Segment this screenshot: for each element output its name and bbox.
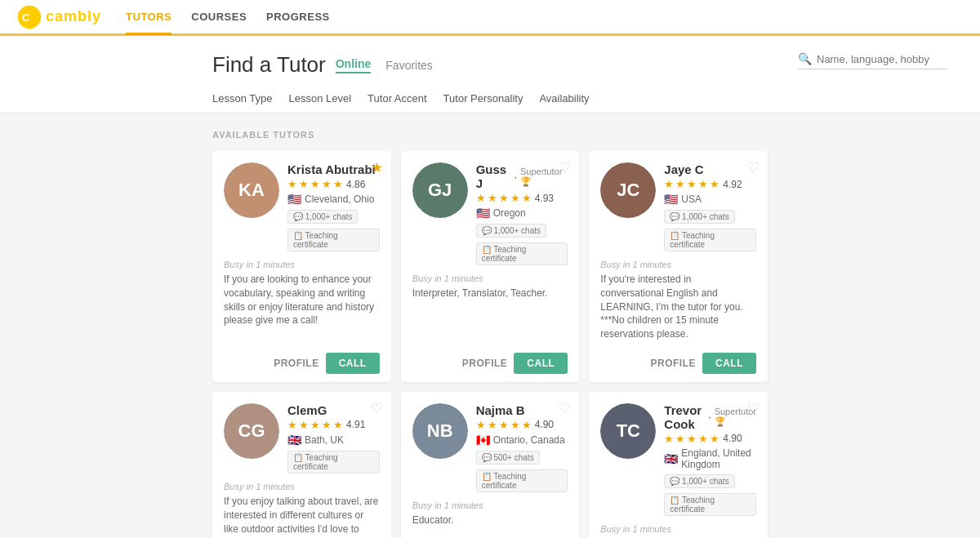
- search-input[interactable]: [817, 53, 947, 65]
- location: 🇬🇧 Bath, UK: [287, 434, 380, 447]
- tutor-card: GJ Guss J · Supertutor 🏆 ★★★★★ 4.93 🇺🇸 O…: [401, 151, 580, 382]
- card-top: KA Krista Abutrabi ★★★★★ 4.86 🇺🇸 Clevela…: [212, 151, 391, 251]
- filter-availability[interactable]: Availability: [539, 86, 589, 113]
- flag-icon: 🇺🇸: [287, 193, 301, 206]
- tutor-card: NB Najma B ★★★★★ 4.90 🇨🇦 Ontario, Canada: [401, 392, 580, 538]
- chats-badge: 💬 1,000+ chats: [664, 210, 734, 224]
- filter-tutor-personality[interactable]: Tutor Personality: [443, 86, 523, 113]
- card-info: ClemG ★★★★★ 4.91 🇬🇧 Bath, UK 📋 Teaching …: [287, 403, 380, 474]
- header-section: Find a Tutor Online Favorites Lesson Typ…: [0, 36, 980, 113]
- main-content: AVAILABLE TUTORS KA Krista Abutrabi ★★★★…: [0, 113, 980, 538]
- card-info: Krista Abutrabi ★★★★★ 4.86 🇺🇸 Cleveland,…: [287, 162, 380, 251]
- tutor-grid: KA Krista Abutrabi ★★★★★ 4.86 🇺🇸 Clevela…: [212, 151, 768, 538]
- filter-lesson-type[interactable]: Lesson Type: [212, 86, 272, 113]
- card-actions: PROFILE CALL: [212, 346, 391, 382]
- profile-button[interactable]: PROFILE: [462, 358, 508, 369]
- filter-lesson-level[interactable]: Lesson Level: [288, 86, 351, 113]
- avatar: CG: [224, 403, 279, 459]
- nav-links: TUTORS COURSES PROGRESS: [126, 1, 330, 33]
- card-info: Trevor Cook · Supertutor 🏆 ★★★★★ 4.90 🇬🇧…: [664, 403, 756, 516]
- logo-text: cambly: [46, 8, 101, 25]
- card-top: GJ Guss J · Supertutor 🏆 ★★★★★ 4.93 🇺🇸 O…: [401, 151, 580, 265]
- tutor-card: TC Trevor Cook · Supertutor 🏆 ★★★★★ 4.90…: [589, 392, 768, 538]
- badge-row: 💬 500+ chats 📋 Teaching certificate: [476, 451, 568, 492]
- find-tutor-title: Find a Tutor Online Favorites: [212, 52, 768, 78]
- flag-icon: 🇨🇦: [476, 434, 490, 447]
- profile-button[interactable]: PROFILE: [650, 358, 696, 369]
- badge-row: 📋 Teaching certificate: [287, 451, 380, 474]
- favorite-button[interactable]: ♡: [559, 400, 571, 417]
- online-indicator: [602, 208, 610, 216]
- bio-text: If you're interested in conversational E…: [600, 273, 756, 341]
- call-button[interactable]: CALL: [514, 353, 568, 374]
- card-actions: PROFILE CALL: [401, 346, 580, 382]
- call-button[interactable]: CALL: [326, 353, 380, 374]
- tutor-card: KA Krista Abutrabi ★★★★★ 4.86 🇺🇸 Clevela…: [212, 151, 391, 382]
- card-top: NB Najma B ★★★★★ 4.90 🇨🇦 Ontario, Canada: [401, 392, 580, 492]
- card-bio: Busy in 1 minutes If you're interested i…: [589, 251, 768, 346]
- rating: 4.90: [723, 433, 742, 444]
- badge-row: 💬 1,000+ chats 📋 Teaching certificate: [664, 210, 756, 251]
- cert-badge: 📋 Teaching certificate: [664, 493, 756, 516]
- badge-row: 💬 1,000+ chats 📋 Teaching certificate: [664, 474, 756, 516]
- tab-online[interactable]: Online: [336, 57, 372, 73]
- location: 🇺🇸 Cleveland, Ohio: [287, 193, 380, 206]
- nav-courses[interactable]: COURSES: [191, 1, 247, 35]
- tutor-name: Guss J: [476, 162, 511, 190]
- card-top: TC Trevor Cook · Supertutor 🏆 ★★★★★ 4.90…: [589, 392, 768, 516]
- rating: 4.92: [723, 179, 742, 190]
- tab-favorites[interactable]: Favorites: [385, 59, 433, 72]
- search-icon: 🔍: [798, 52, 812, 65]
- bio-text: If you are looking to enhance your vocab…: [224, 273, 380, 327]
- location: 🇬🇧 England, United Kingdom: [664, 447, 756, 470]
- chats-badge: 💬 500+ chats: [476, 451, 540, 465]
- profile-button[interactable]: PROFILE: [274, 358, 319, 369]
- bio-text: Interpreter, Translator, Teacher.: [412, 287, 568, 300]
- avatar: TC: [600, 403, 656, 459]
- favorite-button[interactable]: ♡: [559, 159, 571, 176]
- busy-status: Busy in 1 minutes: [224, 482, 380, 491]
- flag-icon: 🇬🇧: [287, 434, 301, 447]
- bio-text: If you enjoy talking about travel, are i…: [224, 495, 380, 538]
- card-actions: PROFILE CALL: [589, 346, 768, 382]
- favorite-button[interactable]: ♡: [747, 159, 760, 176]
- favorite-button[interactable]: ♡: [747, 400, 760, 417]
- tutor-card: CG ClemG ★★★★★ 4.91 🇬🇧 Bath, UK: [212, 392, 391, 538]
- chats-badge: 💬 1,000+ chats: [664, 474, 734, 488]
- bio-text: Educator.: [412, 514, 568, 527]
- nav-tutors[interactable]: TUTORS: [126, 1, 172, 35]
- tutor-card: JC Jaye C ★★★★★ 4.92 🇺🇸 USA 💬 1,000+ cha: [589, 151, 768, 382]
- card-bio: Busy in 1 minutes Interpreter, Translato…: [401, 265, 580, 346]
- filter-tutor-accent[interactable]: Tutor Accent: [368, 86, 427, 113]
- cert-badge: 📋 Teaching certificate: [476, 242, 568, 265]
- card-info: Najma B ★★★★★ 4.90 🇨🇦 Ontario, Canada 💬 …: [476, 403, 568, 492]
- location-text: Ontario, Canada: [493, 434, 565, 446]
- favorite-button[interactable]: ★: [371, 159, 383, 176]
- avatar: GJ: [412, 162, 468, 218]
- search-box[interactable]: 🔍: [798, 49, 947, 69]
- navbar: C cambly TUTORS COURSES PROGRESS: [0, 0, 980, 36]
- busy-status: Busy in 1 minutes: [412, 273, 568, 283]
- nav-progress[interactable]: PROGRESS: [266, 1, 330, 35]
- card-top: JC Jaye C ★★★★★ 4.92 🇺🇸 USA 💬 1,000+ cha: [589, 151, 768, 251]
- favorite-button[interactable]: ♡: [371, 400, 383, 417]
- cert-badge: 📋 Teaching certificate: [287, 229, 380, 251]
- card-bio: Busy in 1 minutes Educator.: [401, 492, 580, 538]
- location: 🇺🇸 Oregon: [476, 207, 568, 220]
- filter-bar: Lesson Type Lesson Level Tutor Accent Tu…: [212, 86, 768, 113]
- call-button[interactable]: CALL: [702, 353, 756, 374]
- avatar: KA: [224, 162, 279, 218]
- online-indicator: [225, 208, 234, 216]
- rating: 4.90: [535, 419, 554, 430]
- location-text: Oregon: [493, 207, 526, 219]
- chats-badge: 💬 1,000+ chats: [476, 224, 546, 238]
- busy-status: Busy in 1 minutes: [600, 524, 756, 534]
- badge-row: 💬 1,000+ chats 📋 Teaching certificate: [476, 224, 568, 265]
- logo[interactable]: C cambly: [16, 4, 101, 30]
- flag-icon: 🇺🇸: [664, 193, 678, 206]
- rating: 4.93: [535, 193, 554, 204]
- location-text: Bath, UK: [305, 434, 344, 446]
- avatar: JC: [600, 162, 656, 218]
- online-indicator: [225, 449, 234, 457]
- location-text: England, United Kingdom: [681, 447, 756, 470]
